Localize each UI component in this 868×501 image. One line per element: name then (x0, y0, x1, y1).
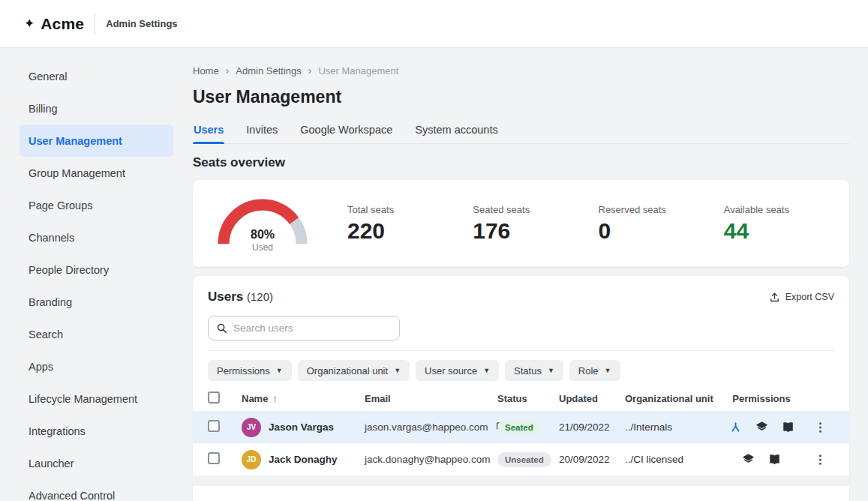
header-divider (95, 14, 95, 34)
chevron-right-icon: › (226, 64, 230, 76)
gauge-sub-label: Used (214, 242, 311, 253)
main-content: Home › Admin Settings › User Management … (193, 48, 868, 501)
org-unit: ../CI licensed (625, 454, 716, 465)
permissions-icons (716, 421, 806, 434)
column-header-name[interactable]: Name↑ (242, 393, 365, 404)
avatar: JD (242, 450, 261, 470)
stat-total-seats: Total seats 220 (347, 204, 473, 244)
settings-sidebar: General Billing User Management Group Ma… (0, 48, 193, 501)
sidebar-item-group-management[interactable]: Group Management (20, 157, 173, 189)
caret-down-icon: ▼ (276, 367, 283, 374)
filter-organizational-unit[interactable]: Organizational unit▼ (298, 360, 410, 381)
tab-bar: Users Invites Google Workspace System ac… (193, 124, 849, 144)
sidebar-item-search[interactable]: Search (20, 318, 173, 350)
stat-seated-seats: Seated seats 176 (473, 204, 598, 244)
search-users-box[interactable] (208, 316, 400, 340)
users-card: Users (120) Export CSV Permissions (193, 276, 849, 501)
column-header-email: Email (365, 393, 497, 404)
caret-down-icon: ▼ (394, 367, 401, 374)
table-row[interactable]: JD Jack Donaghy jack.donaghy@happeo.com … (193, 443, 849, 476)
book-permission-icon[interactable] (768, 453, 781, 466)
updated-date: 21/09/2022 (559, 422, 625, 433)
users-list-title: Users (120) (208, 290, 273, 304)
user-email: jason.vargas@happeo.com (365, 422, 488, 433)
header-subtitle: Admin Settings (106, 18, 177, 29)
user-name: Jason Vargas (269, 422, 334, 433)
permissions-icons (716, 453, 806, 466)
avatar: JV (242, 418, 261, 437)
gauge-percent-label: 80% (214, 228, 311, 242)
brand-name: Acme (41, 15, 84, 33)
users-count: (120) (247, 290, 273, 303)
layers-permission-icon[interactable] (755, 421, 768, 434)
column-header-permissions: Permissions (716, 393, 806, 404)
sidebar-item-branding[interactable]: Branding (20, 286, 173, 318)
sidebar-item-apps[interactable]: Apps (20, 350, 173, 382)
upload-icon (769, 292, 780, 303)
tab-users[interactable]: Users (193, 124, 224, 143)
search-icon (216, 322, 227, 334)
table-row-partial (193, 476, 849, 486)
breadcrumb-home[interactable]: Home (193, 65, 219, 76)
users-table-header: Name↑ Email Status Updated Organizationa… (193, 386, 849, 411)
column-header-updated: Updated (559, 393, 625, 404)
row-checkbox[interactable] (208, 420, 220, 432)
tab-invites[interactable]: Invites (245, 124, 278, 143)
updated-date: 20/09/2022 (559, 454, 625, 465)
brand[interactable]: ✦ Acme (24, 15, 84, 33)
caret-down-icon: ▼ (548, 367, 554, 374)
sidebar-item-channels[interactable]: Channels (20, 221, 173, 254)
sidebar-item-advanced-control[interactable]: Advanced Control (20, 479, 173, 501)
sparkle-logo-icon: ✦ (24, 16, 35, 32)
top-header: ✦ Acme Admin Settings (0, 0, 868, 48)
filter-user-source[interactable]: User source▼ (416, 360, 499, 381)
stat-available-seats: Available seats 44 (724, 204, 849, 244)
breadcrumb-current: User Management (318, 65, 398, 76)
layers-permission-icon[interactable] (742, 453, 755, 466)
column-header-status: Status (497, 393, 559, 404)
sidebar-item-lifecycle-management[interactable]: Lifecycle Management (20, 382, 173, 415)
seats-usage-gauge: 80% Used (214, 197, 311, 250)
search-users-input[interactable] (233, 322, 392, 334)
stat-reserved-seats: Reserved seats 0 (599, 204, 724, 244)
select-all-checkbox[interactable] (208, 392, 220, 404)
export-csv-button[interactable]: Export CSV (769, 292, 834, 303)
status-badge: Unseated (497, 452, 551, 467)
sidebar-item-people-directory[interactable]: People Directory (20, 254, 173, 286)
flow-permission-icon[interactable] (729, 421, 742, 434)
table-row[interactable]: JV Jason Vargas jason.vargas@happeo.com … (193, 411, 849, 443)
sidebar-item-launcher[interactable]: Launcher (20, 447, 173, 479)
sort-ascending-icon: ↑ (272, 393, 278, 404)
breadcrumb-admin-settings[interactable]: Admin Settings (236, 65, 301, 76)
sidebar-item-page-groups[interactable]: Page Groups (20, 189, 173, 221)
filter-permissions[interactable]: Permissions▼ (208, 360, 292, 381)
sidebar-item-general[interactable]: General (20, 60, 173, 92)
breadcrumb: Home › Admin Settings › User Management (193, 64, 849, 76)
tab-system-accounts[interactable]: System accounts (414, 124, 498, 143)
seats-overview-card: 80% Used Total seats 220 Seated seats 17… (193, 180, 849, 267)
user-name: Jack Donaghy (269, 454, 338, 465)
page-title: User Management (193, 87, 849, 107)
seats-overview-title: Seats overview (193, 155, 849, 170)
sidebar-item-billing[interactable]: Billing (20, 92, 173, 124)
chevron-right-icon: › (308, 64, 312, 76)
filter-status[interactable]: Status▼ (505, 360, 563, 381)
seats-stats: Total seats 220 Seated seats 176 Reserve… (347, 204, 849, 244)
row-menu-kebab-icon[interactable]: ⋮ (806, 422, 834, 434)
user-email: jack.donaghy@happeo.com (365, 454, 491, 465)
status-badge: Seated (497, 420, 541, 435)
sidebar-item-integrations[interactable]: Integrations (20, 415, 173, 447)
row-checkbox[interactable] (208, 452, 220, 464)
org-unit: ../Internals (625, 422, 716, 433)
sidebar-item-user-management[interactable]: User Management (20, 124, 173, 157)
row-menu-kebab-icon[interactable]: ⋮ (806, 454, 834, 466)
tab-google-workspace[interactable]: Google Workspace (299, 124, 393, 143)
column-header-org-unit: Organizational unit (625, 393, 716, 404)
filter-chip-row: Permissions▼ Organizational unit▼ User s… (193, 351, 849, 381)
caret-down-icon: ▼ (483, 367, 490, 374)
caret-down-icon: ▼ (605, 367, 611, 374)
filter-role[interactable]: Role▼ (569, 360, 620, 381)
book-permission-icon[interactable] (782, 421, 794, 434)
